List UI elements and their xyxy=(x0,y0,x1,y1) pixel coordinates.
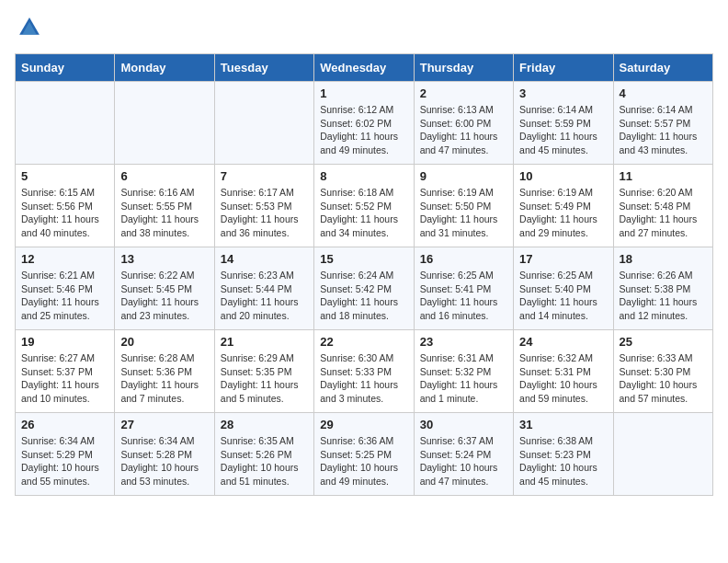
day-info: Sunrise: 6:23 AM Sunset: 5:44 PM Dayligh… xyxy=(221,269,308,323)
header-row: SundayMondayTuesdayWednesdayThursdayFrid… xyxy=(16,54,713,82)
column-header-sunday: Sunday xyxy=(16,54,115,82)
calendar-cell: 10Sunrise: 6:19 AM Sunset: 5:49 PM Dayli… xyxy=(514,165,613,247)
day-number: 12 xyxy=(21,252,108,266)
calendar-cell xyxy=(16,82,115,165)
calendar-cell: 2Sunrise: 6:13 AM Sunset: 6:00 PM Daylig… xyxy=(414,82,513,165)
calendar-cell: 18Sunrise: 6:26 AM Sunset: 5:38 PM Dayli… xyxy=(613,247,712,330)
day-info: Sunrise: 6:15 AM Sunset: 5:56 PM Dayligh… xyxy=(21,186,108,240)
day-number: 25 xyxy=(620,335,707,349)
day-number: 31 xyxy=(519,418,607,431)
day-number: 21 xyxy=(221,335,308,349)
day-info: Sunrise: 6:24 AM Sunset: 5:42 PM Dayligh… xyxy=(320,269,407,323)
column-header-friday: Friday xyxy=(514,54,613,82)
day-info: Sunrise: 6:18 AM Sunset: 5:52 PM Dayligh… xyxy=(320,186,407,240)
column-header-saturday: Saturday xyxy=(613,54,712,82)
day-info: Sunrise: 6:17 AM Sunset: 5:53 PM Dayligh… xyxy=(221,186,308,240)
week-row-3: 19Sunrise: 6:27 AM Sunset: 5:37 PM Dayli… xyxy=(16,330,713,413)
logo xyxy=(15,15,46,44)
calendar-cell: 19Sunrise: 6:27 AM Sunset: 5:37 PM Dayli… xyxy=(16,330,115,413)
day-number: 17 xyxy=(519,252,607,266)
calendar-cell: 8Sunrise: 6:18 AM Sunset: 5:52 PM Daylig… xyxy=(314,165,414,247)
calendar-cell: 20Sunrise: 6:28 AM Sunset: 5:36 PM Dayli… xyxy=(115,330,214,413)
day-number: 23 xyxy=(420,335,507,349)
calendar-cell: 31Sunrise: 6:38 AM Sunset: 5:23 PM Dayli… xyxy=(514,413,613,496)
calendar-cell: 30Sunrise: 6:37 AM Sunset: 5:24 PM Dayli… xyxy=(414,413,513,496)
day-info: Sunrise: 6:31 AM Sunset: 5:32 PM Dayligh… xyxy=(420,351,507,406)
day-number: 11 xyxy=(620,169,707,183)
day-number: 2 xyxy=(420,86,507,100)
day-info: Sunrise: 6:34 AM Sunset: 5:28 PM Dayligh… xyxy=(120,434,208,488)
day-number: 28 xyxy=(221,418,308,431)
day-info: Sunrise: 6:38 AM Sunset: 5:23 PM Dayligh… xyxy=(519,434,607,488)
day-info: Sunrise: 6:13 AM Sunset: 6:00 PM Dayligh… xyxy=(420,103,507,157)
day-number: 5 xyxy=(21,169,108,183)
column-header-thursday: Thursday xyxy=(414,54,513,82)
day-info: Sunrise: 6:32 AM Sunset: 5:31 PM Dayligh… xyxy=(519,351,607,406)
day-info: Sunrise: 6:35 AM Sunset: 5:26 PM Dayligh… xyxy=(221,434,308,488)
calendar-cell: 7Sunrise: 6:17 AM Sunset: 5:53 PM Daylig… xyxy=(214,165,313,247)
calendar-cell: 9Sunrise: 6:19 AM Sunset: 5:50 PM Daylig… xyxy=(414,165,513,247)
calendar-table: SundayMondayTuesdayWednesdayThursdayFrid… xyxy=(15,53,713,496)
column-header-wednesday: Wednesday xyxy=(314,54,414,82)
calendar-cell: 22Sunrise: 6:30 AM Sunset: 5:33 PM Dayli… xyxy=(314,330,414,413)
day-info: Sunrise: 6:37 AM Sunset: 5:24 PM Dayligh… xyxy=(420,434,507,488)
day-info: Sunrise: 6:34 AM Sunset: 5:29 PM Dayligh… xyxy=(21,434,108,488)
day-info: Sunrise: 6:19 AM Sunset: 5:49 PM Dayligh… xyxy=(519,186,607,240)
day-info: Sunrise: 6:16 AM Sunset: 5:55 PM Dayligh… xyxy=(120,186,208,240)
day-number: 24 xyxy=(519,335,607,349)
calendar-cell: 1Sunrise: 6:12 AM Sunset: 6:02 PM Daylig… xyxy=(314,82,414,165)
page-header xyxy=(15,15,713,44)
day-info: Sunrise: 6:14 AM Sunset: 5:57 PM Dayligh… xyxy=(620,103,707,157)
week-row-4: 26Sunrise: 6:34 AM Sunset: 5:29 PM Dayli… xyxy=(16,413,713,496)
calendar-cell: 11Sunrise: 6:20 AM Sunset: 5:48 PM Dayli… xyxy=(613,165,712,247)
day-info: Sunrise: 6:14 AM Sunset: 5:59 PM Dayligh… xyxy=(519,103,607,157)
day-number: 1 xyxy=(320,86,407,100)
calendar-cell: 26Sunrise: 6:34 AM Sunset: 5:29 PM Dayli… xyxy=(16,413,115,496)
week-row-0: 1Sunrise: 6:12 AM Sunset: 6:02 PM Daylig… xyxy=(16,82,713,165)
day-number: 20 xyxy=(120,335,208,349)
day-info: Sunrise: 6:30 AM Sunset: 5:33 PM Dayligh… xyxy=(320,351,407,406)
day-number: 3 xyxy=(519,86,607,100)
day-number: 16 xyxy=(420,252,507,266)
calendar-cell: 13Sunrise: 6:22 AM Sunset: 5:45 PM Dayli… xyxy=(115,247,214,330)
calendar-cell: 29Sunrise: 6:36 AM Sunset: 5:25 PM Dayli… xyxy=(314,413,414,496)
day-info: Sunrise: 6:25 AM Sunset: 5:41 PM Dayligh… xyxy=(420,269,507,323)
calendar-cell xyxy=(115,82,214,165)
calendar-cell: 25Sunrise: 6:33 AM Sunset: 5:30 PM Dayli… xyxy=(613,330,712,413)
day-info: Sunrise: 6:21 AM Sunset: 5:46 PM Dayligh… xyxy=(21,269,108,323)
calendar-cell xyxy=(214,82,313,165)
day-info: Sunrise: 6:29 AM Sunset: 5:35 PM Dayligh… xyxy=(221,351,308,406)
day-info: Sunrise: 6:27 AM Sunset: 5:37 PM Dayligh… xyxy=(21,351,108,406)
day-info: Sunrise: 6:36 AM Sunset: 5:25 PM Dayligh… xyxy=(320,434,407,488)
day-number: 19 xyxy=(21,335,108,349)
day-number: 14 xyxy=(221,252,308,266)
calendar-cell: 5Sunrise: 6:15 AM Sunset: 5:56 PM Daylig… xyxy=(16,165,115,247)
day-number: 8 xyxy=(320,169,407,183)
calendar-cell: 15Sunrise: 6:24 AM Sunset: 5:42 PM Dayli… xyxy=(314,247,414,330)
day-number: 30 xyxy=(420,418,507,431)
calendar-cell: 16Sunrise: 6:25 AM Sunset: 5:41 PM Dayli… xyxy=(414,247,513,330)
day-number: 18 xyxy=(620,252,707,266)
logo-icon xyxy=(17,15,42,40)
column-header-tuesday: Tuesday xyxy=(214,54,313,82)
day-number: 7 xyxy=(221,169,308,183)
day-number: 27 xyxy=(120,418,208,431)
day-info: Sunrise: 6:28 AM Sunset: 5:36 PM Dayligh… xyxy=(120,351,208,406)
day-info: Sunrise: 6:22 AM Sunset: 5:45 PM Dayligh… xyxy=(120,269,208,323)
calendar-cell: 17Sunrise: 6:25 AM Sunset: 5:40 PM Dayli… xyxy=(514,247,613,330)
day-number: 22 xyxy=(320,335,407,349)
calendar-cell: 27Sunrise: 6:34 AM Sunset: 5:28 PM Dayli… xyxy=(115,413,214,496)
day-info: Sunrise: 6:25 AM Sunset: 5:40 PM Dayligh… xyxy=(519,269,607,323)
day-number: 15 xyxy=(320,252,407,266)
calendar-cell: 4Sunrise: 6:14 AM Sunset: 5:57 PM Daylig… xyxy=(613,82,712,165)
calendar-cell xyxy=(613,413,712,496)
day-info: Sunrise: 6:33 AM Sunset: 5:30 PM Dayligh… xyxy=(620,351,707,406)
week-row-1: 5Sunrise: 6:15 AM Sunset: 5:56 PM Daylig… xyxy=(16,165,713,247)
calendar-cell: 3Sunrise: 6:14 AM Sunset: 5:59 PM Daylig… xyxy=(514,82,613,165)
day-number: 29 xyxy=(320,418,407,431)
week-row-2: 12Sunrise: 6:21 AM Sunset: 5:46 PM Dayli… xyxy=(16,247,713,330)
day-number: 4 xyxy=(620,86,707,100)
calendar-cell: 28Sunrise: 6:35 AM Sunset: 5:26 PM Dayli… xyxy=(214,413,313,496)
column-header-monday: Monday xyxy=(115,54,214,82)
calendar-cell: 23Sunrise: 6:31 AM Sunset: 5:32 PM Dayli… xyxy=(414,330,513,413)
